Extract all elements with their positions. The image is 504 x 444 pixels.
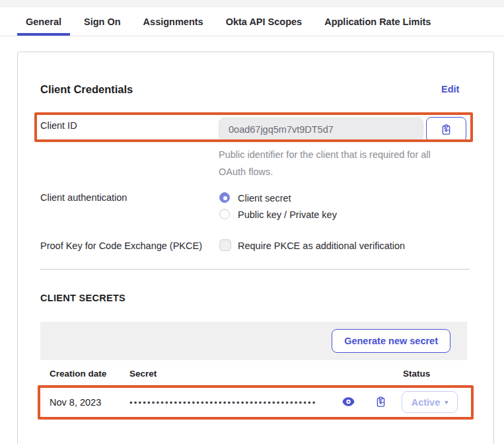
client-id-copy-button[interactable] [426, 117, 466, 142]
radio-client-secret-label[interactable]: Client secret [238, 193, 291, 204]
edit-link[interactable]: Edit [441, 84, 459, 94]
pkce-label: Proof Key for Code Exchange (PKCE) [40, 240, 202, 251]
client-id-label: Client ID [40, 120, 77, 131]
generate-new-secret-button[interactable]: Generate new secret [332, 329, 450, 353]
status-badge: Active [412, 397, 441, 408]
tab-sign-on[interactable]: Sign On [75, 7, 129, 36]
client-id-helper-text: Public identifier for the client that is… [219, 146, 450, 180]
table-header-border [40, 386, 467, 387]
secret-creation-date-cell: Nov 8, 2023 [50, 397, 101, 408]
pkce-checkbox[interactable] [219, 239, 231, 251]
secret-status-dropdown[interactable]: Active ▾ [402, 391, 458, 413]
masked-secret-value: ••••••••••••••••••••••••••••••••••••••••… [129, 398, 317, 408]
radio-public-private-key[interactable] [219, 209, 230, 219]
section-divider [40, 269, 470, 270]
column-header-status: Status [403, 369, 430, 379]
reveal-secret-button[interactable] [342, 396, 355, 407]
tab-application-rate-limits[interactable]: Application Rate Limits [316, 7, 439, 36]
top-background-strip [0, 0, 504, 7]
okta-app-settings-page: General Sign On Assignments Okta API Sco… [0, 0, 504, 444]
eye-icon [342, 397, 355, 406]
client-secrets-heading: CLIENT SECRETS [40, 293, 126, 303]
radio-client-secret[interactable] [219, 192, 230, 203]
pkce-checkbox-label[interactable]: Require PKCE as additional verification [238, 240, 405, 251]
radio-public-private-key-label[interactable]: Public key / Private key [238, 209, 337, 220]
copy-secret-button[interactable] [374, 396, 387, 408]
app-tabbar: General Sign On Assignments Okta API Sco… [0, 7, 504, 36]
client-secrets-toolbar: Generate new secret [40, 322, 467, 360]
client-authentication-label: Client authentication [40, 192, 127, 203]
chevron-down-icon: ▾ [445, 398, 448, 406]
client-credentials-heading: Client Credentials [40, 83, 133, 96]
tab-okta-api-scopes[interactable]: Okta API Scopes [217, 7, 311, 36]
clipboard-copy-icon [441, 124, 452, 135]
tab-general[interactable]: General [17, 7, 70, 36]
column-header-secret: Secret [129, 369, 157, 379]
column-header-creation-date: Creation date [50, 369, 106, 379]
clipboard-copy-icon [375, 396, 386, 408]
tab-assignments[interactable]: Assignments [135, 7, 212, 36]
client-id-value-field[interactable]: 0oad67jgq5m7vt9DT5d7 [219, 118, 423, 141]
